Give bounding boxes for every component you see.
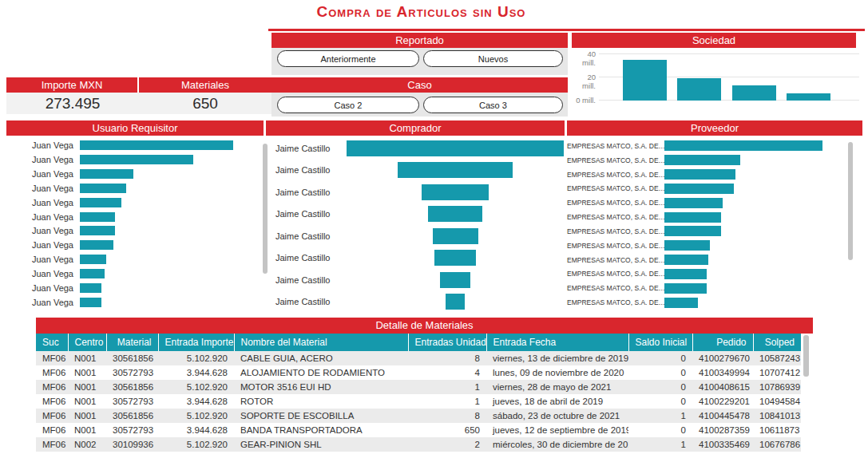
bar[interactable]	[446, 294, 465, 310]
table-cell[interactable]: GEAR-PINION SHL	[234, 437, 408, 452]
slicer-button-caso-2[interactable]: Caso 2	[277, 97, 419, 113]
bar[interactable]	[347, 140, 564, 156]
bar[interactable]	[80, 255, 106, 264]
bar[interactable]	[80, 226, 115, 235]
bar[interactable]	[80, 198, 121, 207]
bar[interactable]	[80, 269, 105, 278]
table-cell[interactable]: viernes, 28 de mayo de 2021	[486, 380, 628, 394]
column-header-entrada-importe[interactable]: Entrada Importe	[158, 334, 234, 351]
table-cell[interactable]: 0	[628, 423, 692, 437]
table-cell[interactable]: N001	[68, 409, 106, 423]
table-cell[interactable]: MF06	[36, 394, 68, 409]
table-cell[interactable]: 650	[408, 423, 486, 437]
table-cell[interactable]: 10587243	[753, 351, 801, 365]
column-header-entradas-unidades[interactable]: Entradas Unidades	[408, 334, 486, 351]
table-cell[interactable]: 1	[628, 437, 692, 452]
table-cell[interactable]: 4100349994	[692, 365, 753, 380]
column-header-pedido[interactable]: Pedido	[692, 334, 753, 351]
column-header-solped[interactable]: Solped	[753, 334, 801, 351]
bar[interactable]	[433, 228, 478, 244]
bar[interactable]	[664, 184, 734, 194]
table-cell[interactable]: 30109936	[106, 437, 158, 452]
bar[interactable]	[664, 169, 735, 180]
table-cell[interactable]: 30561856	[106, 409, 158, 423]
table-cell[interactable]: MF06	[36, 365, 68, 380]
bar[interactable]	[80, 169, 133, 179]
table-cell[interactable]: MOTOR 3516 EUI HD	[234, 380, 408, 394]
bar[interactable]	[398, 162, 513, 178]
table-cell[interactable]: 0	[628, 380, 692, 394]
table-cell[interactable]: 30561856	[106, 380, 158, 394]
bar[interactable]	[664, 140, 822, 151]
table-cell[interactable]: 4100335469	[692, 437, 753, 452]
table-cell[interactable]: MF06	[36, 351, 68, 365]
table-cell[interactable]: 3.944.628	[158, 423, 234, 437]
table-cell[interactable]: 2	[408, 437, 486, 452]
column-header-entrada-fecha[interactable]: Entrada Fecha	[486, 334, 628, 351]
table-cell[interactable]: 4100408615	[692, 380, 753, 394]
table-cell[interactable]: 10841013	[753, 409, 801, 423]
bar[interactable]	[664, 255, 708, 265]
bar[interactable]	[80, 240, 113, 250]
table-cell[interactable]: 10707412	[753, 365, 801, 380]
table-cell[interactable]: ALOJAMIENTO DE RODAMIENTO	[234, 365, 408, 380]
table-cell[interactable]: viernes, 13 de diciembre de 2019	[486, 351, 628, 365]
table-cell[interactable]: jueves, 12 de septiembre de 2019	[486, 423, 628, 437]
bar[interactable]	[664, 269, 707, 279]
table-cell[interactable]: 10611873	[753, 423, 801, 437]
table-cell[interactable]: 4100287359	[692, 423, 753, 437]
scrollbar-thumb[interactable]	[263, 144, 268, 274]
table-cell[interactable]: 1	[408, 380, 486, 394]
table-cell[interactable]: 10676786	[753, 437, 801, 452]
table-cell[interactable]: 8	[408, 351, 486, 365]
bar[interactable]	[80, 283, 101, 293]
table-cell[interactable]: 3.944.628	[158, 394, 234, 409]
bar[interactable]	[664, 155, 740, 165]
scrollbar-thumb[interactable]	[848, 142, 853, 260]
table-cell[interactable]: N001	[68, 394, 106, 409]
table-cell[interactable]: 4100229201	[692, 394, 753, 409]
bar[interactable]	[80, 298, 101, 307]
table-cell[interactable]: 1	[628, 409, 692, 423]
table-cell[interactable]: 30572793	[106, 394, 158, 409]
table-cell[interactable]: 0	[628, 351, 692, 365]
table-cell[interactable]: 4100279670	[692, 351, 753, 365]
column-header-centro[interactable]: Centro	[68, 334, 106, 351]
table-cell[interactable]: BANDA TRANSPORTADORA	[234, 423, 408, 437]
table-cell[interactable]: 5.102.920	[158, 437, 234, 452]
table-cell[interactable]: sábado, 23 de octubre de 2021	[486, 409, 628, 423]
table-cell[interactable]: 4100445478	[692, 409, 753, 423]
bar[interactable]	[664, 283, 707, 294]
column-header-saldo-inicial[interactable]: Saldo Inicial	[628, 334, 692, 351]
sociedad-bar[interactable]	[732, 85, 776, 101]
table-cell[interactable]: N001	[68, 365, 106, 380]
bar[interactable]	[80, 155, 193, 164]
bar[interactable]	[422, 184, 489, 200]
column-header-nombre-del-material[interactable]: Nombre del Material	[234, 334, 408, 351]
table-cell[interactable]: SOPORTE DE ESCOBILLA	[234, 409, 408, 423]
table-cell[interactable]: 1	[408, 394, 486, 409]
bar[interactable]	[664, 198, 723, 208]
bar[interactable]	[80, 212, 115, 222]
table-cell[interactable]: 0	[628, 365, 692, 380]
table-cell[interactable]: N002	[68, 437, 106, 452]
table-cell[interactable]: N001	[68, 351, 106, 365]
bar[interactable]	[664, 226, 721, 236]
table-cell[interactable]: 3.944.628	[158, 365, 234, 380]
table-cell[interactable]: miércoles, 30 de diciembre de 2020	[486, 437, 628, 452]
bar[interactable]	[440, 272, 470, 288]
table-cell[interactable]: 30572793	[106, 365, 158, 380]
table-cell[interactable]: 10786939	[753, 380, 801, 394]
table-cell[interactable]: 5.102.920	[158, 380, 234, 394]
table-cell[interactable]: MF06	[36, 437, 68, 452]
bar[interactable]	[664, 212, 721, 223]
slicer-button-caso-3[interactable]: Caso 3	[423, 97, 563, 113]
column-header-suc[interactable]: Suc	[36, 334, 68, 351]
bar[interactable]	[664, 298, 698, 308]
table-cell[interactable]: 4	[408, 365, 486, 380]
table-cell[interactable]: lunes, 09 de noviembre de 2020	[486, 365, 628, 380]
table-cell[interactable]: jueves, 18 de abril de 2019	[486, 394, 628, 409]
bar[interactable]	[664, 240, 710, 251]
slicer-button-anteriormente[interactable]: Anteriormente	[277, 50, 419, 67]
table-cell[interactable]: MF06	[36, 423, 68, 437]
